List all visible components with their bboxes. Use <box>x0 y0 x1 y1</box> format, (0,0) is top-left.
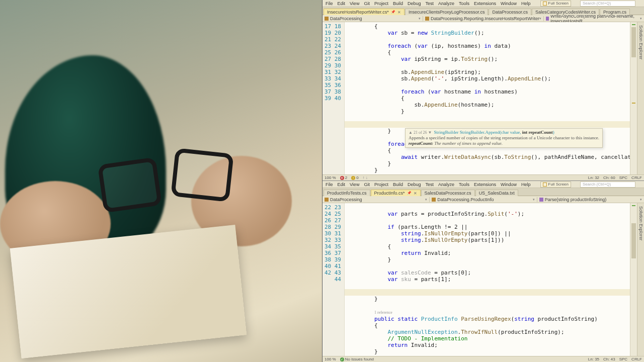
menu-file[interactable]: File <box>324 182 335 187</box>
indent-indicator[interactable]: SPC <box>619 357 627 361</box>
nav-class[interactable]: DataProcessing.Reporting.InsecureHostsRe… <box>423 16 544 21</box>
fullscreen-icon <box>543 183 547 187</box>
vertical-scrollbar[interactable] <box>630 22 637 174</box>
nav-bar: DataProcessing▾ DataProcessing.ProductIn… <box>323 196 644 203</box>
file-tab[interactable]: Program.cs <box>600 9 630 15</box>
menu-help[interactable]: Help <box>519 1 533 6</box>
menu-analyze[interactable]: Analyze <box>436 1 456 6</box>
intellisense-tooltip: ▲ 21 of 26 ▼StringBuilder StringBuilder.… <box>405 128 603 148</box>
method-icon <box>539 198 543 202</box>
line-indicator[interactable]: Ln: 32 <box>588 175 599 180</box>
search-input[interactable]: Search (Ctrl+Q) <box>580 1 635 7</box>
file-tab[interactable]: InsecureClientsProxyLogProcessor.cs <box>405 9 489 15</box>
fullscreen-button[interactable]: Full Screen <box>540 182 571 188</box>
menu-help[interactable]: Help <box>519 182 533 187</box>
nav-bar: DataProcessing▾ DataProcessing.Reporting… <box>323 15 644 22</box>
menu-view[interactable]: View <box>348 182 361 187</box>
file-tab[interactable]: DataProcessor.cs <box>489 9 531 15</box>
nav-namespace[interactable]: DataProcessing▾ <box>323 197 430 202</box>
menu-build[interactable]: Build <box>391 182 405 187</box>
issues-indicator[interactable]: ✓No issues found <box>340 357 374 361</box>
menu-edit[interactable]: Edit <box>336 182 348 187</box>
line-gutter: 17 18 19 20 21 22 23 24 25 26 27 28 29 3… <box>323 22 345 174</box>
menu-view[interactable]: View <box>348 1 361 6</box>
indent-indicator[interactable]: SPC <box>619 175 627 180</box>
code-area: 17 18 19 20 21 22 23 24 25 26 27 28 29 3… <box>323 22 644 174</box>
class-icon <box>432 198 436 202</box>
menu-extensions[interactable]: Extensions <box>472 1 498 6</box>
zoom-level[interactable]: 100 % <box>325 357 336 361</box>
solution-explorer-tab[interactable]: Solution Explorer <box>637 22 644 174</box>
menu-file[interactable]: File <box>324 1 335 6</box>
background-photo <box>0 0 322 362</box>
editor-pane-top: FileEditViewGitProjectBuildDebugTestAnal… <box>323 0 644 181</box>
nav-member[interactable]: Parse(string productInfoString)▾ <box>537 197 644 202</box>
class-icon <box>425 17 429 21</box>
menu-project[interactable]: Project <box>372 182 390 187</box>
file-tab[interactable]: ProductInfo.cs*📌✕ <box>371 190 421 196</box>
solution-explorer-tab[interactable]: Solution Explorer <box>637 203 644 356</box>
pin-icon[interactable]: 📌 <box>391 10 395 14</box>
menubar: FileEditViewGitProjectBuildDebugTestAnal… <box>323 0 644 7</box>
fullscreen-label: Full Screen <box>548 1 569 6</box>
col-indicator[interactable]: Ch: 43 <box>603 357 615 361</box>
error-count[interactable]: ✕2 <box>340 175 347 180</box>
menu-project[interactable]: Project <box>372 1 390 6</box>
menu-git[interactable]: Git <box>362 1 372 6</box>
menu-extensions[interactable]: Extensions <box>472 182 498 187</box>
menu-edit[interactable]: Edit <box>336 1 348 6</box>
close-icon[interactable]: ✕ <box>397 10 401 15</box>
menu-git[interactable]: Git <box>362 182 372 187</box>
menubar: FileEditViewGitProjectBuildDebugTestAnal… <box>323 181 644 188</box>
code-editor[interactable]: { var sb = new StringBuilder(); foreach … <box>345 22 630 174</box>
fullscreen-label: Full Screen <box>548 182 569 187</box>
menu-test[interactable]: Test <box>423 1 436 6</box>
search-input[interactable]: Search (Ctrl+Q) <box>580 182 635 188</box>
menu-test[interactable]: Test <box>423 182 436 187</box>
menu-debug[interactable]: Debug <box>406 1 423 6</box>
file-tab[interactable]: SalesCategoryCodesWriter.cs <box>532 9 599 15</box>
code-area: 22 23 24 25 26 27 28 29 30 31 32 33 34 3… <box>323 203 644 356</box>
file-tab[interactable]: ProductInfoTests.cs <box>324 190 370 196</box>
status-bar: 100 % ✕2 !0 ↑ ↓ Ln: 32 Ch: 60 SPC CRLF <box>323 174 644 180</box>
photo-hand <box>0 181 111 266</box>
menu-tools[interactable]: Tools <box>457 182 471 187</box>
file-tab[interactable]: InsecureHostsReportWriter.cs*📌✕ <box>324 9 405 15</box>
photo-glasses <box>101 151 231 211</box>
namespace-icon <box>325 198 329 202</box>
code-editor[interactable]: var parts = productInfoString.Split('-')… <box>345 203 630 356</box>
menu-window[interactable]: Window <box>499 182 519 187</box>
close-icon[interactable]: ✕ <box>414 191 417 196</box>
fullscreen-icon <box>543 2 547 6</box>
menu-analyze[interactable]: Analyze <box>436 182 456 187</box>
col-indicator[interactable]: Ch: 60 <box>603 175 615 180</box>
file-tab[interactable]: SalesDataProcessor.cs <box>421 190 475 196</box>
method-icon <box>546 17 549 21</box>
zoom-level[interactable]: 100 % <box>325 175 336 180</box>
eol-indicator[interactable]: CRLF <box>631 357 642 361</box>
warning-count[interactable]: !0 <box>351 175 358 180</box>
line-gutter: 22 23 24 25 26 27 28 29 30 31 32 33 34 3… <box>323 203 345 356</box>
status-bar: 100 % ✓No issues found Ln: 35 Ch: 43 SPC… <box>323 356 644 362</box>
editor-pane-bottom: FileEditViewGitProjectBuildDebugTestAnal… <box>323 181 644 362</box>
line-indicator[interactable]: Ln: 35 <box>588 357 599 361</box>
tab-bar: ProductInfoTests.csProductInfo.cs*📌✕Sale… <box>323 188 644 196</box>
menu-debug[interactable]: Debug <box>406 182 423 187</box>
nav-namespace[interactable]: DataProcessing▾ <box>323 16 423 21</box>
menu-window[interactable]: Window <box>499 1 519 6</box>
ide: FileEditViewGitProjectBuildDebugTestAnal… <box>322 0 644 362</box>
vertical-scrollbar[interactable] <box>630 203 637 356</box>
tab-bar: InsecureHostsReportWriter.cs*📌✕InsecureC… <box>323 7 644 15</box>
nav-class[interactable]: DataProcessing.ProductInfo▾ <box>430 197 537 202</box>
menu-build[interactable]: Build <box>391 1 405 6</box>
eol-indicator[interactable]: CRLF <box>631 175 642 180</box>
namespace-icon <box>325 17 329 21</box>
fullscreen-button[interactable]: Full Screen <box>540 1 571 7</box>
pin-icon[interactable]: 📌 <box>407 191 412 195</box>
menu-tools[interactable]: Tools <box>457 1 471 6</box>
file-tab[interactable]: US_SalesData.txt <box>475 190 518 196</box>
